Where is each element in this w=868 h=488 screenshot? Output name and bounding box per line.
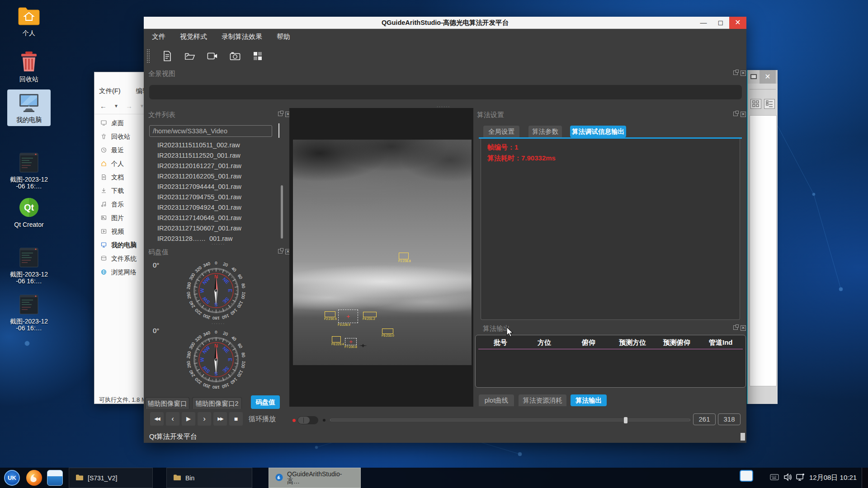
task-button-1[interactable]: [S731_V2] bbox=[69, 468, 153, 488]
desktop-icon-1[interactable]: 个人 bbox=[7, 5, 51, 37]
launcher-icon[interactable]: UK bbox=[4, 470, 20, 486]
menu-4[interactable]: 帮助 bbox=[277, 33, 290, 41]
sidebar-item-label: 我的电脑 bbox=[111, 241, 137, 249]
desktop-icon-7[interactable]: 截图-2023-12-06 16:… bbox=[7, 295, 51, 332]
toolbar-drag-handle[interactable] bbox=[146, 49, 150, 63]
fast-forward-button[interactable]: ▶▶ bbox=[213, 412, 227, 426]
play-toggle-switch[interactable] bbox=[297, 416, 318, 424]
menu-1[interactable]: 文件 bbox=[152, 33, 165, 41]
float-panel-icon[interactable] bbox=[733, 325, 738, 330]
loop-play-label: 循环播放 bbox=[249, 415, 276, 423]
snapshot-camera-icon[interactable] bbox=[230, 51, 241, 61]
firefox-icon[interactable] bbox=[26, 470, 42, 486]
panorama-view[interactable] bbox=[149, 85, 742, 99]
new-file-icon[interactable] bbox=[162, 51, 173, 61]
close-panel-icon[interactable]: ✕ bbox=[741, 112, 746, 117]
folder-path-input[interactable]: /home/wcw/S338A_Video bbox=[149, 125, 272, 137]
splitter-handle[interactable]: ...... bbox=[212, 319, 225, 325]
svg-text:120: 120 bbox=[236, 300, 244, 309]
network-icon[interactable] bbox=[796, 473, 806, 483]
desktop-icon-3[interactable]: 我的电脑 bbox=[7, 89, 51, 126]
frame-slider-handle[interactable] bbox=[624, 417, 627, 423]
target-box-4: F4:231.2 bbox=[363, 312, 377, 317]
output-tab-1[interactable]: plot曲线 bbox=[479, 394, 514, 406]
list-view-icon[interactable] bbox=[764, 99, 775, 109]
taskbar-clock[interactable]: 12月08日 10:21 bbox=[809, 474, 857, 482]
float-panel-icon[interactable] bbox=[733, 70, 738, 75]
close-panel-icon[interactable]: ✕ bbox=[741, 325, 746, 331]
statusbar-grip[interactable] bbox=[741, 433, 745, 441]
splitter-handle[interactable] bbox=[278, 123, 279, 138]
float-panel-icon[interactable] bbox=[733, 112, 738, 116]
file-item-1[interactable]: IR20231115110511_002.raw bbox=[157, 141, 278, 152]
settings-tab-3[interactable]: 算法调试信息输出 bbox=[570, 126, 626, 137]
next-frame-button[interactable]: › bbox=[198, 412, 211, 426]
file-item-4[interactable]: IR20231120162205_001.raw bbox=[157, 173, 278, 183]
file-item-7[interactable]: IR20231127094924_001.raw bbox=[157, 204, 278, 214]
dock-tab-3[interactable]: 码盘值 bbox=[251, 395, 280, 409]
svg-text:W: W bbox=[199, 357, 205, 362]
svg-text:20: 20 bbox=[222, 261, 229, 267]
fm-menu-1[interactable]: 文件(F) bbox=[99, 87, 121, 95]
frame-slider[interactable] bbox=[330, 419, 690, 421]
open-folder-icon[interactable] bbox=[184, 51, 195, 61]
current-frame-field[interactable]: 261 bbox=[693, 413, 716, 425]
file-item-8[interactable]: IR20231127140646_001.raw bbox=[157, 214, 278, 225]
background-window-right[interactable]: ✕ bbox=[747, 70, 778, 404]
column-header-3: 俯仰 bbox=[566, 338, 611, 347]
keyboard-icon[interactable] bbox=[770, 474, 779, 482]
output-tab-2[interactable]: 算法资源消耗 bbox=[519, 394, 566, 406]
float-panel-icon[interactable] bbox=[278, 112, 283, 116]
total-frame-field[interactable]: 318 bbox=[718, 413, 741, 425]
desktop-icon-6[interactable]: 截图-2023-12-06 16:… bbox=[7, 248, 51, 285]
stop-button[interactable]: ■ bbox=[229, 412, 243, 426]
desktop-icon-5[interactable]: QtQt Creator bbox=[7, 197, 51, 228]
rewind-button[interactable]: ◀◀ bbox=[150, 412, 164, 426]
output-tab-3[interactable]: 算法输出 bbox=[571, 394, 607, 406]
desktop: 个人回收站我的电脑截图-2023-12-06 16:…QtQt Creator截… bbox=[0, 0, 868, 488]
volume-icon[interactable] bbox=[783, 473, 793, 483]
desktop-icon-2[interactable]: 回收站 bbox=[7, 51, 51, 83]
forward-arrow-icon[interactable]: → bbox=[126, 102, 132, 110]
task-button-3[interactable]: QGuideArithStudio-高… bbox=[269, 468, 361, 488]
file-item-3[interactable]: IR20231120161227_001.raw bbox=[157, 162, 278, 173]
settings-tab-1[interactable]: 全局设置 bbox=[483, 126, 519, 137]
splitter-handle[interactable]: ...... bbox=[437, 103, 450, 108]
file-list-scrollbar[interactable] bbox=[281, 185, 283, 239]
settings-tab-2[interactable]: 算法参数 bbox=[528, 126, 562, 137]
back-dropdown-icon[interactable]: ▼ bbox=[114, 103, 118, 108]
close-panel-icon[interactable]: ✕ bbox=[741, 70, 746, 76]
video-view[interactable]: F1:236.8F2:230.5F3:228.9F4:231.2F5:233.0… bbox=[289, 108, 473, 407]
maximize-button[interactable]: ◻ bbox=[712, 17, 729, 29]
file-item-6[interactable]: IR20231127094755_001.raw bbox=[157, 193, 278, 204]
toolbar bbox=[146, 47, 263, 66]
dock-tab-2[interactable]: 辅助图像窗口2 bbox=[192, 397, 242, 409]
minimize-button[interactable]: — bbox=[695, 17, 712, 29]
menu-2[interactable]: 视觉样式 bbox=[180, 33, 207, 41]
file-item-5[interactable]: IR20231127094444_001.raw bbox=[157, 183, 278, 193]
desktop-icon-4[interactable]: 截图-2023-12-06 16:… bbox=[7, 153, 51, 190]
file-item-9[interactable]: IR20231127150607_001.raw bbox=[157, 225, 278, 235]
maximize-icon[interactable] bbox=[750, 74, 757, 79]
task-button-2[interactable]: Bin bbox=[166, 468, 252, 488]
show-desktop-button[interactable] bbox=[862, 468, 868, 488]
input-method-icon[interactable] bbox=[741, 471, 752, 481]
grid-view-icon[interactable] bbox=[750, 99, 761, 109]
play-button[interactable]: ▶ bbox=[182, 412, 195, 426]
layout-grid-icon[interactable] bbox=[252, 51, 263, 61]
record-video-icon[interactable] bbox=[207, 51, 218, 61]
target-box-6: F6:229.4 bbox=[332, 336, 341, 343]
file-manager-icon[interactable] bbox=[47, 470, 63, 486]
dock-tab-1[interactable]: 辅助图像窗口 bbox=[145, 397, 189, 409]
menu-3[interactable]: 录制算法效果 bbox=[222, 33, 262, 41]
splitter-handle[interactable]: ...... bbox=[212, 240, 225, 245]
desktop-icon-label: 截图-2023-12-06 16:… bbox=[9, 271, 49, 285]
close-button[interactable]: ✕ bbox=[729, 17, 746, 29]
prev-frame-button[interactable]: ‹ bbox=[166, 412, 179, 426]
back-arrow-icon[interactable]: ← bbox=[100, 102, 107, 110]
svg-text:160: 160 bbox=[222, 382, 230, 389]
close-icon[interactable]: ✕ bbox=[760, 70, 776, 84]
file-item-2[interactable]: IR20231115112520_001.raw bbox=[157, 152, 278, 162]
float-panel-icon[interactable] bbox=[278, 249, 283, 253]
titlebar[interactable]: QGuideArithStudio-高德光电算法开发平台 — ◻ ✕ bbox=[144, 17, 746, 29]
